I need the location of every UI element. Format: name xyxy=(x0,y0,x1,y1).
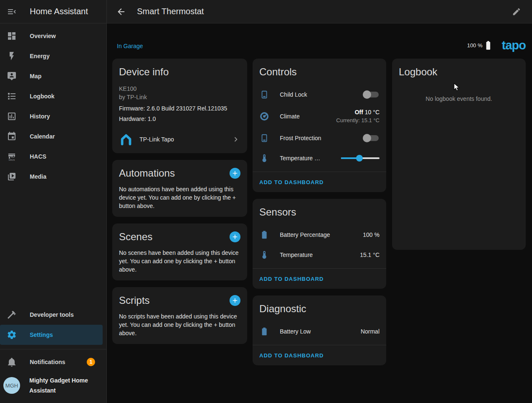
card-title: Logbook xyxy=(399,66,519,78)
battery-icon xyxy=(259,230,269,240)
add-automation-button[interactable] xyxy=(230,168,240,179)
card-title: Device info xyxy=(119,66,240,78)
scripts-empty-text: No scripts have been added using this de… xyxy=(119,312,240,337)
notification-badge: 1 xyxy=(87,358,95,366)
sidebar-item-label: Notifications xyxy=(30,359,65,365)
integration-row[interactable]: TP-Link Tapo xyxy=(119,131,240,146)
sidebar-item-label: Overview xyxy=(30,33,56,39)
sidebar-item-label: Media xyxy=(30,173,46,180)
lightning-bolt-icon xyxy=(7,51,17,61)
sidebar-header: Home Assistant xyxy=(0,0,106,23)
play-box-icon xyxy=(7,172,17,182)
entity-label: Battery Percentage xyxy=(280,231,330,238)
climate-current-temp: Currently: 15.1 °C xyxy=(336,116,380,125)
battery-icon xyxy=(259,326,269,336)
sidebar-item-logbook[interactable]: Logbook xyxy=(0,86,103,106)
climate-state: Off 10 °C Currently: 15.1 °C xyxy=(336,108,380,125)
tooltip-account-icon xyxy=(7,71,17,81)
entity-label: Battery Low xyxy=(280,328,311,335)
add-to-dashboard-button[interactable]: ADD TO DASHBOARD xyxy=(259,276,324,282)
sidebar-spacer xyxy=(0,187,106,305)
sidebar-item-media[interactable]: Media xyxy=(0,167,103,187)
entity-value: 100 % xyxy=(363,231,380,238)
entity-label: Child Lock xyxy=(280,91,307,98)
calendar-icon xyxy=(7,131,17,141)
card-title: Sensors xyxy=(259,206,380,218)
sidebar-profile[interactable]: MGH Mighty Gadget Home Assistant xyxy=(0,372,106,401)
add-scene-button[interactable] xyxy=(230,231,240,242)
sidebar: Home Assistant Overview Energy Map Logbo… xyxy=(0,0,107,403)
sidebar-item-notifications[interactable]: Notifications 1 xyxy=(0,352,103,372)
format-list-icon xyxy=(7,91,17,101)
temperature-slider-thumb xyxy=(356,155,363,162)
controls-action-bar: ADD TO DASHBOARD xyxy=(253,172,386,192)
device-model: KE100 xyxy=(119,85,240,93)
entity-label: Climate xyxy=(280,113,300,120)
add-to-dashboard-button[interactable]: ADD TO DASHBOARD xyxy=(259,179,324,185)
entity-row-child-lock[interactable]: Child Lock xyxy=(253,85,386,105)
battery-percentage-text: 100 % xyxy=(467,42,483,49)
climate-mode: Off xyxy=(355,109,363,116)
entity-row-battery-low[interactable]: Battery Low Normal xyxy=(253,321,386,341)
device-hardware: Hardware: 1.0 xyxy=(119,116,240,122)
automations-card: Automations No automations have been add… xyxy=(112,160,247,217)
sidebar-item-settings[interactable]: Settings xyxy=(0,325,103,345)
tablet-icon xyxy=(259,90,269,100)
edit-pencil-icon[interactable] xyxy=(512,7,521,16)
entity-row-battery-percentage[interactable]: Battery Percentage 100 % xyxy=(253,225,386,245)
sidebar-item-developer-tools[interactable]: Developer tools xyxy=(0,305,103,325)
back-arrow-icon[interactable] xyxy=(116,7,126,17)
diagnostic-card: Diagnostic Battery Low Normal ADD TO DAS… xyxy=(253,295,386,365)
scripts-card: Scripts No scripts have been added using… xyxy=(112,287,247,344)
device-manufacturer: by TP-Link xyxy=(119,93,240,101)
sidebar-item-hacs[interactable]: HACS HACS xyxy=(0,146,103,167)
entity-row-climate[interactable]: Climate Off 10 °C Currently: 15.1 °C xyxy=(253,105,386,128)
profile-name: Mighty Gadget Home Assistant xyxy=(29,375,92,395)
hacs-store-icon: HACS xyxy=(7,151,17,162)
logbook-empty-text: No logbook events found. xyxy=(399,95,519,102)
device-info-card: Device info KE100 by TP-Link Firmware: 2… xyxy=(112,59,247,153)
hammer-icon xyxy=(7,310,17,320)
tapo-house-icon xyxy=(120,133,132,146)
entity-value: Normal xyxy=(361,328,380,335)
add-to-dashboard-button[interactable]: ADD TO DASHBOARD xyxy=(259,352,324,359)
device-meta: 100 % tapo xyxy=(467,39,526,52)
entity-row-frost-protection[interactable]: Frost Protection xyxy=(253,128,386,148)
bell-icon xyxy=(7,357,17,367)
temperature-slider[interactable] xyxy=(341,154,380,162)
battery-icon xyxy=(486,41,491,50)
child-lock-toggle[interactable] xyxy=(363,90,380,99)
logbook-card: Logbook No logbook events found. xyxy=(392,59,526,250)
sidebar-toggle-icon[interactable] xyxy=(7,7,17,17)
controls-card: Controls Child Lock Climate Off 10 °C Cu… xyxy=(253,59,386,192)
climate-target-temp: 10 °C xyxy=(363,109,380,116)
sidebar-item-label: History xyxy=(30,113,50,120)
diagnostic-action-bar: ADD TO DASHBOARD xyxy=(253,345,386,365)
sidebar-item-calendar[interactable]: Calendar xyxy=(0,126,103,146)
scenes-empty-text: No scenes have been added using this dev… xyxy=(119,249,240,274)
column-right: Logbook No logbook events found. xyxy=(392,59,526,257)
card-title: Scripts xyxy=(119,295,150,306)
svg-text:HACS: HACS xyxy=(9,159,15,161)
sidebar-item-history[interactable]: History xyxy=(0,106,103,126)
entity-label: Temperature … xyxy=(280,155,320,162)
chevron-right-icon xyxy=(231,135,240,144)
sidebar-nav: Overview Energy Map Logbook History Cale xyxy=(0,23,106,187)
entity-row-temperature[interactable]: Temperature 15.1 °C xyxy=(253,245,386,265)
automations-empty-text: No automations have been added using thi… xyxy=(119,185,240,210)
view-dashboard-icon xyxy=(7,31,17,41)
chart-box-icon xyxy=(7,111,17,121)
device-page: In Garage 100 % tapo Device info KE100 b… xyxy=(107,23,532,403)
sidebar-item-label: Logbook xyxy=(30,93,54,100)
sidebar-item-label: Energy xyxy=(30,53,49,59)
sidebar-item-overview[interactable]: Overview xyxy=(0,26,103,46)
card-title: Diagnostic xyxy=(259,303,380,315)
add-script-button[interactable] xyxy=(230,295,240,306)
frost-protection-toggle[interactable] xyxy=(363,133,380,143)
entity-row-temperature-offset[interactable]: Temperature … xyxy=(253,148,386,168)
area-link[interactable]: In Garage xyxy=(117,43,143,49)
card-title: Scenes xyxy=(119,231,152,243)
sidebar-item-label: Map xyxy=(30,73,41,80)
sidebar-item-map[interactable]: Map xyxy=(0,66,103,86)
sidebar-item-energy[interactable]: Energy xyxy=(0,46,103,66)
